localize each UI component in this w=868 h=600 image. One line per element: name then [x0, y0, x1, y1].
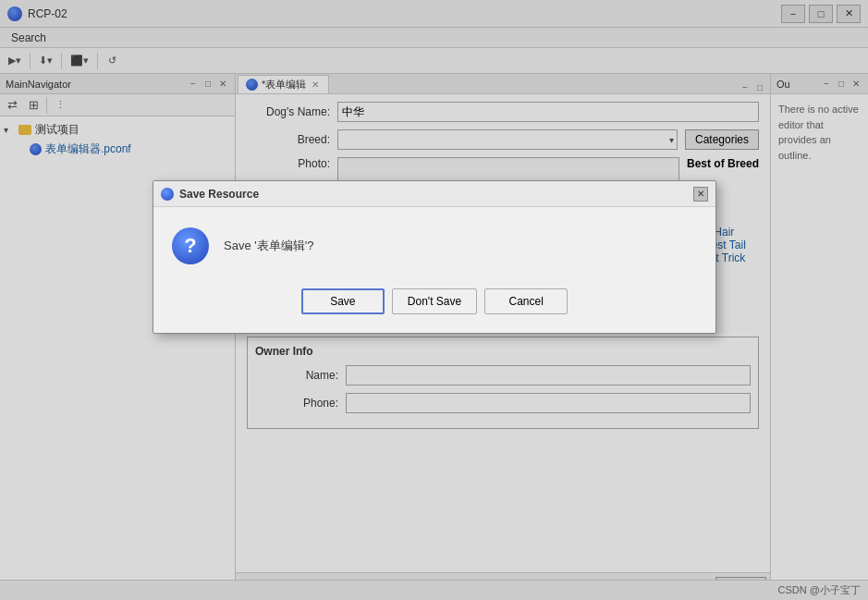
dont-save-button[interactable]: Don't Save: [392, 288, 477, 314]
dialog-icon: [161, 188, 174, 201]
dialog-buttons: Save Don't Save Cancel: [153, 281, 715, 333]
dialog-title-bar: Save Resource ✕: [153, 181, 715, 207]
save-resource-dialog: Save Resource ✕ ? Save '表单编辑'? Save Don'…: [153, 180, 716, 334]
save-button[interactable]: Save: [301, 288, 385, 314]
cancel-button[interactable]: Cancel: [484, 288, 568, 314]
dialog-title: Save Resource: [179, 188, 259, 201]
question-icon: ?: [172, 227, 209, 264]
dialog-body: ? Save '表单编辑'?: [153, 207, 715, 281]
dialog-title-left: Save Resource: [161, 188, 259, 201]
dialog-close-button[interactable]: ✕: [693, 187, 708, 202]
dialog-message: Save '表单编辑'?: [224, 238, 313, 254]
